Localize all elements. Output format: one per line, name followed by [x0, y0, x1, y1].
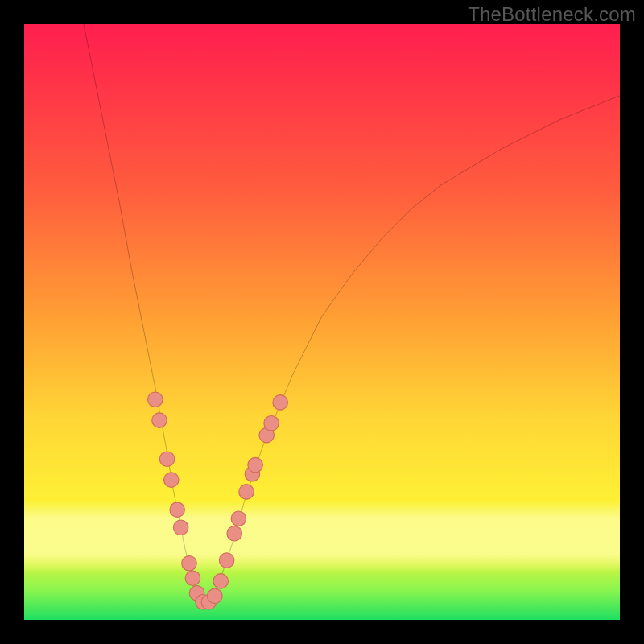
watermark-text: TheBottleneck.com: [468, 3, 636, 26]
data-dot: [264, 416, 279, 431]
chart-frame: TheBottleneck.com: [0, 0, 644, 644]
data-dot: [148, 392, 163, 407]
data-dot: [273, 395, 288, 411]
data-dots-group: [148, 392, 288, 609]
data-dot: [231, 511, 246, 526]
chart-svg: [24, 24, 620, 620]
curve-group: [84, 24, 620, 602]
data-dot: [213, 574, 229, 589]
data-dot: [159, 452, 175, 467]
data-dot: [185, 571, 200, 586]
data-dot: [227, 526, 242, 541]
data-dot: [208, 588, 223, 604]
data-dot: [248, 457, 263, 473]
bottleneck-curve: [84, 24, 620, 602]
data-dot: [173, 520, 188, 535]
data-dot: [182, 555, 197, 571]
data-dot: [239, 485, 254, 500]
data-dot: [219, 553, 234, 568]
data-dot: [170, 502, 185, 518]
data-dot: [152, 413, 167, 428]
plot-area: [24, 24, 620, 620]
data-dot: [164, 473, 180, 488]
